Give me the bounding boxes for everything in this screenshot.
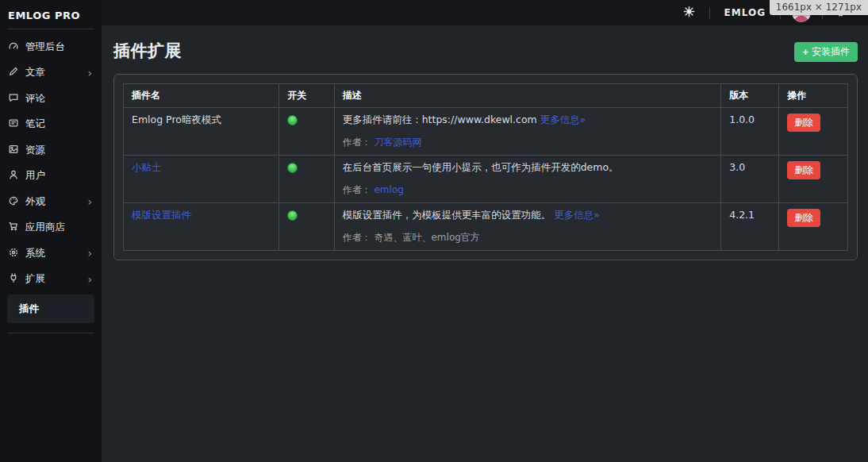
plugin-version: 4.2.1 [729,209,755,221]
sidebar-item-dashboard[interactable]: 管理后台 [0,34,102,60]
toggle-on-icon[interactable] [287,210,298,221]
palette-icon [8,195,19,209]
author-link[interactable]: emlog [374,184,403,195]
app-logo[interactable]: EMLOG PRO [0,5,102,29]
header-actions: 操作 [779,84,848,108]
chevron-right-icon: › [87,196,94,207]
chevron-right-icon: › [87,274,94,285]
content-column: EMLOG 插件扩展 + 安装插件 [102,0,868,462]
author-line: 作者： 奇遇、蓝叶、emlog官方 [343,231,713,244]
sidebar-item-app-store[interactable]: 应用商店 [0,215,102,241]
plugins-table: 插件名 开关 描述 版本 操作 Emlog Pro暗夜模式 更多插件请 [123,83,848,251]
delete-button[interactable]: 删除 [787,114,820,132]
page-title: 插件扩展 [113,40,182,62]
plugins-card: 插件名 开关 描述 版本 操作 Emlog Pro暗夜模式 更多插件请 [113,74,858,260]
note-icon [8,117,19,131]
main-content: 插件扩展 + 安装插件 插件名 开关 描述 版 [102,25,868,462]
speedometer-icon [8,40,19,54]
table-row: Emlog Pro暗夜模式 更多插件请前往：https://www.dkewl.… [124,108,848,156]
sidebar-item-resources[interactable]: 资源 [0,137,102,164]
plug-icon [8,272,19,286]
sidebar-item-label: 应用商店 [25,221,94,234]
table-header-row: 插件名 开关 描述 版本 操作 [124,84,848,108]
cart-icon [8,221,19,234]
plugin-version: 1.0.0 [729,114,755,125]
description-text: 模版设置插件，为模板提供更丰富的设置功能。 [343,209,554,221]
author-label: 作者： [343,137,371,148]
plugin-description: 在后台首页展示一句使用小提示，也可作为插件开发的demo。 [343,161,713,175]
plugin-name-link[interactable]: 模版设置插件 [132,209,191,221]
topbar: EMLOG [102,0,868,25]
plugin-description: 模版设置插件，为模板提供更丰富的设置功能。 更多信息» [343,209,713,222]
plus-icon: + [802,47,808,57]
gear-icon [8,247,19,260]
sidebar-item-label: 系统 [25,247,81,260]
comment-icon [8,92,19,106]
author-line: 作者： 刀客源码网 [343,136,713,149]
user-icon [8,169,19,183]
chevron-right-icon: › [87,67,94,79]
sidebar-item-label: 笔记 [25,117,94,131]
plugin-description: 更多插件请前往：https://www.dkewl.com 更多信息» [343,114,713,127]
theme-toggle-button[interactable] [669,0,709,25]
sidebar-item-articles[interactable]: 文章 › [0,60,102,87]
author-line: 作者： emlog [343,183,713,197]
header-description: 描述 [334,84,721,108]
page-header: 插件扩展 + 安装插件 [113,40,858,62]
install-plugin-label: 安装插件 [812,45,850,59]
table-row: 模版设置插件 模版设置插件，为模板提供更丰富的设置功能。 更多信息» 作者： 奇… [124,203,848,251]
author-label: 作者： [343,232,371,243]
toggle-on-icon[interactable] [287,115,298,125]
image-icon [8,144,19,157]
plugin-version: 3.0 [729,161,745,173]
header-version: 版本 [721,84,779,108]
description-text: 在后台首页展示一句使用小提示，也可作为插件开发的demo。 [343,161,619,173]
more-info-link[interactable]: 更多信息» [540,114,586,125]
table-row: 小贴士 在后台首页展示一句使用小提示，也可作为插件开发的demo。 作者： em… [124,156,848,203]
sidebar-divider [8,333,94,333]
sidebar-item-label: 管理后台 [25,40,94,54]
plugin-name: Emlog Pro暗夜模式 [132,114,221,125]
description-text: 更多插件请前往：https://www.dkewl.com [343,114,540,125]
app-window: EMLOG PRO 管理后台 文章 › 评论 笔记 资源 [0,0,868,462]
sidebar-item-label: 评论 [25,92,94,106]
sidebar-item-label: 扩展 [25,272,81,286]
sidebar: EMLOG PRO 管理后台 文章 › 评论 笔记 资源 [0,0,102,462]
pencil-icon [8,66,19,79]
sidebar-item-users[interactable]: 用户 [0,164,102,190]
sidebar-subitem-plugins-active[interactable]: 插件 [7,295,94,323]
author-text: 奇遇、蓝叶、emlog官方 [374,232,479,243]
sidebar-item-label: 资源 [25,144,94,157]
author-link[interactable]: 刀客源码网 [374,137,421,148]
sidebar-item-label: 用户 [25,169,94,183]
install-plugin-button[interactable]: + 安装插件 [794,42,858,62]
header-plugin-name: 插件名 [124,84,279,108]
sidebar-nav: 管理后台 文章 › 评论 笔记 资源 用户 [0,29,102,333]
sidebar-item-comments[interactable]: 评论 [0,86,102,112]
plugin-name-link[interactable]: 小贴士 [132,161,162,173]
delete-button[interactable]: 删除 [787,161,820,179]
sidebar-item-notes[interactable]: 笔记 [0,112,102,138]
sidebar-item-appearance[interactable]: 外观 › [0,189,102,215]
toggle-on-icon[interactable] [287,163,298,173]
screen-dimension-tooltip: 1661px × 1271px [770,0,868,15]
sidebar-item-label: 文章 [25,66,81,79]
more-info-link[interactable]: 更多信息» [554,209,600,221]
header-switch: 开关 [279,84,334,108]
sidebar-item-system[interactable]: 系统 › [0,241,102,267]
sun-icon [683,6,695,20]
delete-button[interactable]: 删除 [787,209,820,227]
sidebar-item-label: 外观 [25,195,81,209]
author-label: 作者： [343,184,371,195]
chevron-right-icon: › [87,248,94,259]
sidebar-item-extensions[interactable]: 扩展 › [0,267,102,293]
